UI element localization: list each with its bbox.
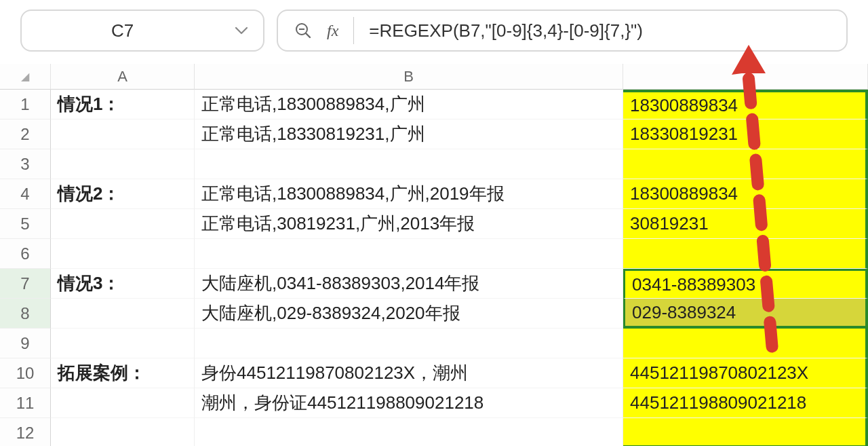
row-header[interactable]: 2 [0,119,51,149]
column-headers: ◢ A B [0,64,868,90]
cell-A[interactable]: 拓展案例： [51,358,195,388]
separator [353,17,354,44]
cell-reference: C7 [37,20,235,41]
cell-C[interactable] [623,239,868,269]
name-box[interactable]: C7 [20,10,264,52]
zoom-icon[interactable] [294,22,312,39]
cell-B[interactable]: 身份44512119870802123X，潮州 [195,358,623,388]
row-header[interactable]: 6 [0,239,51,269]
row-header[interactable]: 8 [0,299,51,329]
formula-toolbar: C7 fx =REGEXP(B7,"[0-9]{3,4}-[0-9]{7,}") [0,0,868,64]
formula-text[interactable]: =REGEXP(B7,"[0-9]{3,4}-[0-9]{7,}") [369,20,643,41]
cell-C[interactable]: 18300889834 [623,90,868,119]
cell-B[interactable]: 大陆座机,029-8389324,2020年报 [195,299,623,329]
row-header[interactable]: 10 [0,358,51,388]
cell-A[interactable] [51,209,195,239]
cell-A[interactable]: 情况2： [51,179,195,209]
cell-C[interactable]: 18300889834 [623,179,868,209]
col-header-C[interactable] [623,64,868,90]
cell-C[interactable]: 30819231 [623,209,868,239]
col-header-A[interactable]: A [51,64,195,90]
formula-bar[interactable]: fx =REGEXP(B7,"[0-9]{3,4}-[0-9]{7,}") [277,10,848,52]
cell-C[interactable]: 445121198809021218 [623,388,868,418]
row-header[interactable]: 4 [0,179,51,209]
cell-A[interactable] [51,329,195,358]
row-header[interactable]: 5 [0,209,51,239]
select-all-corner[interactable]: ◢ [0,64,51,90]
cell-A[interactable] [51,299,195,329]
cell-B[interactable] [195,329,623,358]
cell-C[interactable]: 0341-88389303 [623,269,868,299]
cell-B[interactable]: 大陆座机,0341-88389303,2014年报 [195,269,623,299]
svg-line-1 [306,33,310,37]
fx-label: fx [327,22,338,40]
row-header[interactable]: 1 [0,90,51,119]
cell-C[interactable] [623,149,868,179]
cell-B[interactable] [195,418,623,446]
cell-A[interactable]: 情况1： [51,90,195,119]
cell-B[interactable] [195,239,623,269]
cell-B[interactable]: 正常电话,30819231,广州,2013年报 [195,209,623,239]
cell-C[interactable] [623,418,868,446]
col-header-B[interactable]: B [195,64,623,90]
cell-C[interactable]: 18330819231 [623,119,868,149]
cell-A[interactable] [51,119,195,149]
cell-B[interactable]: 正常电话,18330819231,广州 [195,119,623,149]
row-header[interactable]: 12 [0,418,51,446]
row-header[interactable]: 3 [0,149,51,179]
spreadsheet-grid[interactable]: ◢ A B 1情况1：正常电话,18300889834,广州1830088983… [0,64,868,446]
cell-A[interactable] [51,388,195,418]
cell-C[interactable] [623,329,868,358]
chevron-down-icon[interactable] [235,26,248,35]
cell-C[interactable]: 44512119870802123X [623,358,868,388]
row-header[interactable]: 11 [0,388,51,418]
cell-C[interactable]: 029-8389324 [623,299,868,329]
cell-A[interactable] [51,239,195,269]
cell-B[interactable]: 正常电话,18300889834,广州 [195,90,623,119]
cell-A[interactable] [51,149,195,179]
row-header[interactable]: 9 [0,329,51,358]
row-header[interactable]: 7 [0,269,51,299]
cell-A[interactable]: 情况3： [51,269,195,299]
cell-B[interactable] [195,149,623,179]
cell-A[interactable] [51,418,195,446]
cell-B[interactable]: 正常电话,18300889834,广州,2019年报 [195,179,623,209]
cell-B[interactable]: 潮州，身份证445121198809021218 [195,388,623,418]
